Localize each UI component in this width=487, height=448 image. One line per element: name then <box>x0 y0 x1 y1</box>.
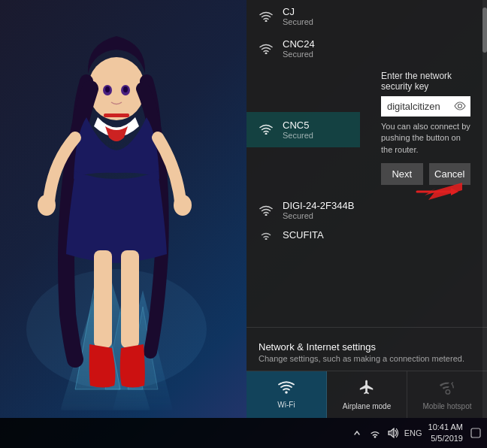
wifi-quick-icon <box>278 380 295 398</box>
red-arrow <box>413 179 466 205</box>
network-name-cnc24: CNC24 <box>283 38 470 50</box>
scrollbar-thumb[interactable] <box>482 8 487 53</box>
settings-description: Change settings, such as making a connec… <box>259 354 475 363</box>
wifi-quick-label: Wi-Fi <box>277 401 295 409</box>
network-status-digi: Secured <box>283 211 470 220</box>
svg-point-19 <box>265 238 268 241</box>
quick-action-airplane[interactable]: Airplane mode <box>327 371 407 418</box>
network-status-cnc5: Secured <box>283 131 348 140</box>
svg-point-6 <box>174 195 192 216</box>
taskbar-notification-icon[interactable] <box>469 426 482 440</box>
svg-point-15 <box>265 52 268 54</box>
svg-point-11 <box>105 86 110 92</box>
quick-actions-bar: Wi-Fi Airplane mode <box>247 371 487 418</box>
wifi-icon-cnc24 <box>259 41 274 56</box>
svg-point-17 <box>458 104 462 107</box>
taskbar-time: 10:41 AM <box>428 422 463 433</box>
wifi-icon-cj <box>259 9 274 24</box>
taskbar-network-icon[interactable] <box>368 426 382 440</box>
network-item-cnc5-header[interactable]: CNC5 Secured <box>247 112 360 147</box>
hotspot-quick-label: Mobile hotspot <box>422 402 471 410</box>
taskbar-chevron-icon[interactable] <box>350 426 364 440</box>
wifi-icon-scufita <box>259 227 274 242</box>
network-list: CJ Secured CNC24 Secured <box>247 0 487 327</box>
svg-point-16 <box>265 133 268 135</box>
taskbar-language[interactable]: ENG <box>404 426 422 440</box>
svg-point-21 <box>446 390 450 395</box>
taskbar-volume-icon[interactable] <box>386 426 400 440</box>
network-item-cnc24[interactable]: CNC24 Secured <box>247 32 482 65</box>
character-illustration <box>0 29 233 419</box>
svg-point-5 <box>38 195 56 216</box>
svg-point-14 <box>265 20 268 22</box>
svg-point-23 <box>374 436 376 438</box>
network-text-cj: CJ Secured <box>283 6 470 26</box>
network-item-cj[interactable]: CJ Secured <box>247 0 482 32</box>
svg-point-20 <box>285 391 288 394</box>
svg-rect-8 <box>121 250 139 348</box>
hotspot-icon <box>439 379 455 399</box>
svg-point-18 <box>265 213 268 216</box>
scrollbar[interactable] <box>482 0 487 418</box>
password-input-wrap <box>381 96 470 117</box>
network-item-cnc5: CNC5 Secured Enter the network security … <box>247 65 482 194</box>
svg-rect-7 <box>94 250 112 348</box>
network-status-cj: Secured <box>283 17 470 26</box>
airplane-quick-label: Airplane mode <box>343 402 391 410</box>
quick-action-hotspot[interactable]: Mobile hotspot <box>407 371 487 418</box>
settings-title: Network & Internet settings <box>259 341 475 353</box>
bottom-section: Network & Internet settings Change setti… <box>247 327 487 418</box>
airplane-icon <box>358 379 375 399</box>
password-label: Enter the network security key <box>381 71 470 92</box>
hint-text: You can also connect by pushing the butt… <box>381 121 470 156</box>
network-text-cnc5: CNC5 Secured <box>283 120 348 140</box>
svg-rect-13 <box>104 114 129 117</box>
network-status-cnc24: Secured <box>283 50 470 59</box>
taskbar-date: 5/5/2019 <box>431 433 463 444</box>
quick-action-wifi[interactable]: Wi-Fi <box>247 371 327 418</box>
network-name-cnc5: CNC5 <box>283 120 348 131</box>
taskbar-system-icons: ENG <box>350 426 422 440</box>
svg-rect-24 <box>471 428 480 437</box>
network-text-scufita: SCUFITA <box>283 229 470 241</box>
wifi-icon-cnc5 <box>259 122 274 137</box>
wifi-icon-digi <box>259 203 274 218</box>
network-name-scufita: SCUFITA <box>283 229 470 241</box>
network-name-cj: CJ <box>283 6 470 17</box>
network-panel: CJ Secured CNC24 Secured <box>247 0 487 418</box>
show-password-icon[interactable] <box>454 101 466 113</box>
taskbar: ENG 10:41 AM 5/5/2019 <box>0 418 487 448</box>
network-text-cnc24: CNC24 Secured <box>283 38 470 59</box>
svg-point-12 <box>123 86 128 92</box>
password-area: Enter the network security key You can a… <box>369 65 482 194</box>
network-item-scufita[interactable]: SCUFITA <box>247 226 482 243</box>
taskbar-time-display[interactable]: 10:41 AM 5/5/2019 <box>428 422 463 445</box>
settings-area[interactable]: Network & Internet settings Change setti… <box>247 335 487 371</box>
